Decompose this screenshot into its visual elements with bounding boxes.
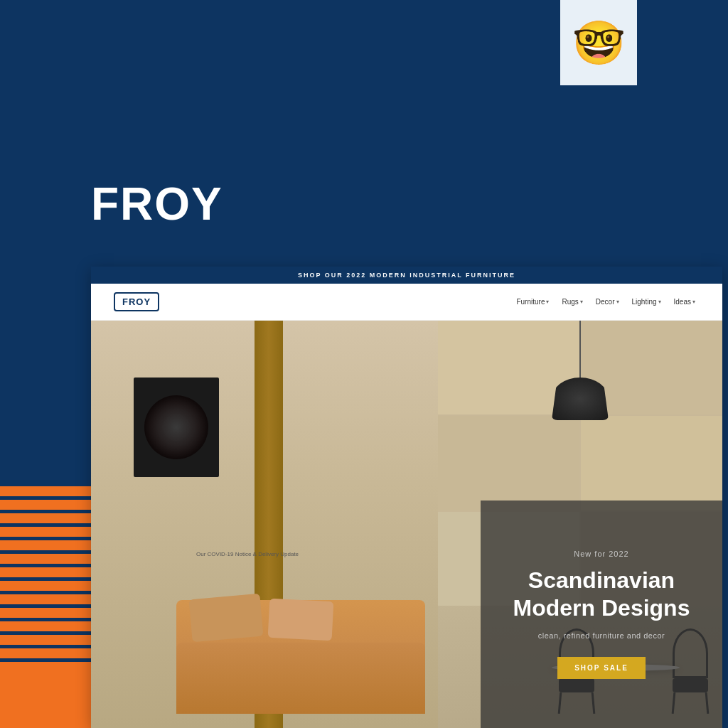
avatar-box: 🤓: [560, 0, 637, 85]
chevron-down-icon: ▾: [616, 299, 619, 305]
covid-notice: Our COVID-19 Notice & Delivery Update: [196, 551, 299, 557]
shop-sale-button[interactable]: SHOP SALE: [557, 657, 646, 679]
site-logo[interactable]: FROY: [114, 292, 159, 311]
lamp-cord: [579, 321, 581, 378]
top-banner: Shop our 2022 Modern Industrial Furnitur…: [91, 267, 722, 284]
nav-label-furniture: Furniture: [516, 298, 545, 306]
chevron-down-icon: ▾: [546, 299, 549, 305]
page-title: FROY: [91, 178, 223, 230]
person-icon: 🤓: [572, 18, 626, 68]
chevron-down-icon: ▾: [580, 299, 583, 305]
nav-item-furniture[interactable]: Furniture ▾: [512, 295, 553, 309]
nav-item-rugs[interactable]: Rugs ▾: [557, 295, 587, 309]
nav-bar: Our COVID-19 Notice & Delivery Update FR…: [91, 284, 722, 321]
art-circle: [144, 395, 208, 459]
stone-tile: [438, 416, 579, 510]
nav-links: Furniture ▾ Rugs ▾ Decor ▾ Lighting ▾ Id…: [512, 295, 700, 309]
nav-item-ideas[interactable]: Ideas ▾: [670, 295, 700, 309]
sofa-body: [176, 643, 425, 714]
lamp-shade: [552, 378, 609, 420]
nav-item-lighting[interactable]: Lighting ▾: [628, 295, 665, 309]
nav-item-decor[interactable]: Decor ▾: [592, 295, 623, 309]
hero-text-overlay: New for 2022 Scandinavian Modern Designs…: [481, 500, 722, 728]
pendant-lamp: [552, 321, 609, 420]
chevron-down-icon: ▾: [692, 299, 695, 305]
sofa: [176, 572, 425, 714]
nav-label-lighting: Lighting: [632, 298, 657, 306]
orange-solid-block: [0, 671, 91, 728]
nav-label-ideas: Ideas: [674, 298, 691, 306]
hero-title: Scandinavian Modern Designs: [495, 567, 708, 621]
cushion-1: [189, 594, 264, 642]
new-label: New for 2022: [574, 550, 628, 558]
chevron-down-icon: ▾: [658, 299, 661, 305]
hero-area: New for 2022 Scandinavian Modern Designs…: [91, 321, 722, 728]
nav-label-decor: Decor: [596, 298, 615, 306]
top-banner-text: Shop our 2022 Modern Industrial Furnitur…: [298, 272, 515, 279]
art-decoration: [134, 378, 219, 477]
stone-tile: [581, 416, 722, 510]
nav-label-rugs: Rugs: [562, 298, 578, 306]
cushion-2: [268, 599, 334, 641]
website-card: Shop our 2022 Modern Industrial Furnitur…: [91, 267, 722, 728]
hero-subtitle: clean, refined furniture and decor: [538, 631, 665, 640]
